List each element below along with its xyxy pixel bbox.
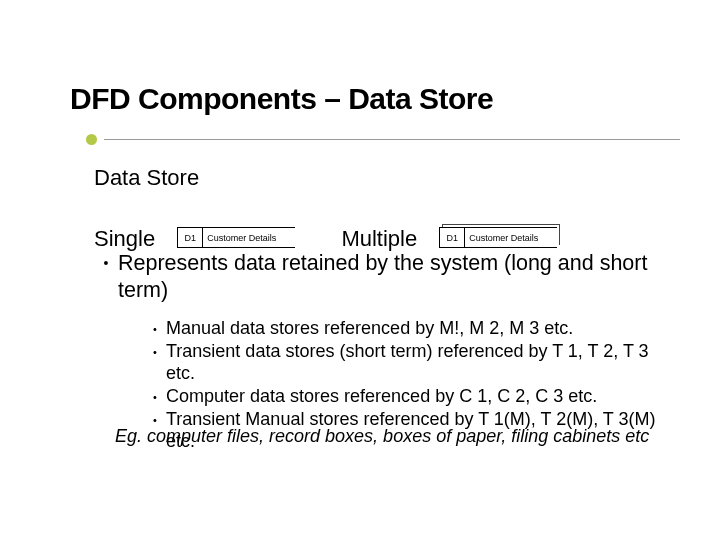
list-item: • Computer data stores referenced by C 1… (144, 386, 672, 408)
list-item-text: Manual data stores referenced by M!, M 2… (166, 318, 672, 340)
datastore-label: Customer Details (203, 228, 295, 247)
bullet-icon: • (144, 318, 166, 340)
title-rule (0, 132, 720, 146)
datastore-id: D1 (440, 228, 465, 247)
slide: DFD Components – Data Store Data Store S… (0, 0, 720, 540)
datastore-id: D1 (178, 228, 203, 247)
list-item: • Transient data stores (short term) ref… (144, 341, 672, 385)
type-single-label: Single (94, 226, 155, 252)
slide-title: DFD Components – Data Store (70, 82, 493, 116)
datastore-box: D1 Customer Details (439, 227, 557, 248)
list-item-text: Represents data retained by the system (… (118, 250, 660, 304)
list-item: • Manual data stores referenced by M!, M… (144, 318, 672, 340)
datastore-box: D1 Customer Details (177, 227, 295, 248)
bullet-icon: • (94, 250, 118, 304)
bullet-dot-icon (86, 134, 97, 145)
list-item: • Represents data retained by the system… (94, 250, 660, 304)
types-row: Single D1 Customer Details Multiple D1 C… (94, 225, 680, 252)
datastore-multiple-icon: D1 Customer Details (439, 227, 567, 251)
type-multiple-label: Multiple (341, 226, 417, 252)
list-item-text: Transient data stores (short term) refer… (166, 341, 672, 385)
list-item-text: Computer data stores referenced by C 1, … (166, 386, 672, 408)
example-text: Eg. computer files, record boxes, boxes … (115, 426, 665, 447)
horizontal-rule (104, 139, 680, 140)
datastore-single-icon: D1 Customer Details (177, 227, 305, 251)
section-subheading: Data Store (94, 165, 199, 191)
main-bullet-list: • Represents data retained by the system… (94, 250, 660, 304)
bullet-icon: • (144, 341, 166, 385)
bullet-icon: • (144, 386, 166, 408)
datastore-label: Customer Details (465, 228, 557, 247)
